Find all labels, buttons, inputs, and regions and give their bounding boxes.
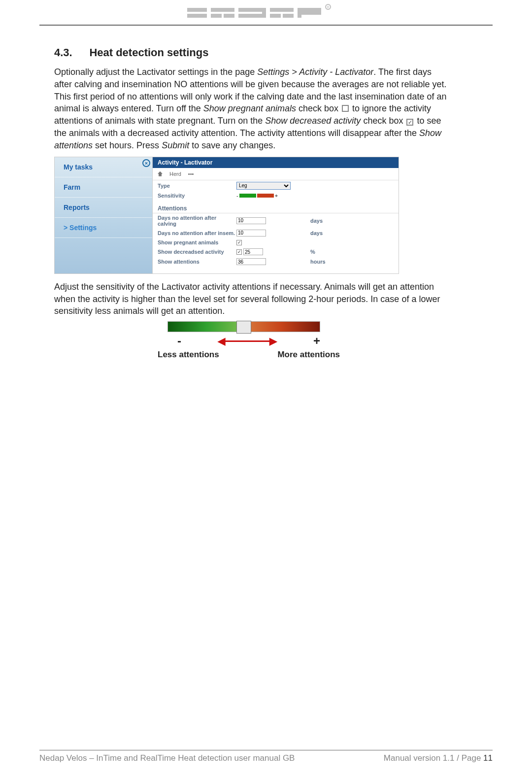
checkbox-icon-unchecked — [342, 105, 349, 112]
label-type: Type — [158, 183, 236, 189]
svg-rect-1 — [187, 14, 207, 18]
section-heading: 4.3. Heat detection settings — [54, 45, 478, 59]
footer-left: Nedap Velos – InTime and RealTime Heat d… — [39, 753, 295, 763]
sensitivity-slider[interactable] — [167, 321, 320, 332]
p1-t3: check box — [296, 103, 341, 113]
label-sensitivity: Sensitivity — [158, 193, 236, 199]
arrow-line-icon — [225, 340, 269, 342]
row-days-calving: Days no attention after calving days — [153, 213, 399, 228]
svg-rect-2 — [211, 8, 234, 12]
embedded-screenshot: × My tasks Farm Reports > Settings Activ… — [54, 157, 399, 274]
p1-t5: check box — [361, 116, 405, 126]
arrow-left-icon: ◀ — [218, 335, 225, 347]
paragraph-2: Adjust the sensitivity of the Lactivator… — [54, 281, 448, 317]
section-number: 4.3. — [54, 46, 72, 59]
sidebar-item-my-tasks[interactable]: My tasks — [55, 157, 152, 177]
row-sensitivity: Sensitivity -+ — [153, 191, 399, 200]
svg-rect-4 — [224, 14, 234, 18]
label-more-attentions: More attentions — [277, 350, 340, 360]
input-decreased-pct[interactable] — [243, 248, 263, 255]
p1-i3: Show decreased activity — [265, 116, 361, 126]
section-title: Heat detection settings — [89, 46, 208, 59]
arrow-right-icon: ▶ — [269, 335, 277, 347]
slider-knob-icon[interactable] — [236, 321, 251, 334]
p1-t7: set hours. Press — [93, 140, 162, 150]
page-footer: Nedap Velos – InTime and RealTime Heat d… — [39, 750, 493, 763]
row-type: Type Leg — [153, 180, 399, 191]
panel-title: Activity - Lactivator — [153, 157, 399, 168]
p1-t1: Optionally adjust the Lactivator setting… — [54, 67, 257, 77]
unit-days-calving: days — [310, 218, 340, 224]
footer-right: Manual version 1.1 / Page 11 — [384, 753, 493, 763]
paragraph-1: Optionally adjust the Lactivator setting… — [54, 66, 448, 152]
footer-version: Manual version 1.1 / Page — [384, 753, 483, 763]
svg-text:R: R — [327, 5, 329, 9]
svg-rect-5 — [238, 8, 266, 12]
svg-rect-6 — [238, 14, 266, 18]
attentions-header: Attentions — [153, 202, 399, 213]
p1-t8: to save any changes. — [189, 140, 275, 150]
row-days-insem: Days no attention after insem. days — [153, 228, 399, 238]
svg-rect-11 — [298, 8, 321, 12]
sidebar: × My tasks Farm Reports > Settings — [54, 157, 153, 274]
input-days-insem[interactable] — [236, 230, 266, 236]
svg-rect-9 — [270, 14, 281, 18]
unit-show-attentions: hours — [310, 259, 340, 265]
crumb-more[interactable]: ••• — [188, 171, 194, 177]
home-icon[interactable] — [158, 171, 163, 176]
unit-days-insem: days — [310, 230, 340, 236]
sidebar-item-reports[interactable]: Reports — [55, 198, 152, 218]
svg-rect-8 — [270, 8, 294, 12]
svg-rect-10 — [283, 14, 294, 18]
row-show-decreased: Show decreadsed activity % — [153, 247, 399, 257]
p1-i1: Settings > Activity - Lactivator — [257, 67, 373, 77]
svg-rect-13 — [298, 12, 321, 15]
crumb-herd[interactable]: Herd — [169, 171, 181, 177]
footer-page-number: 11 — [483, 753, 493, 763]
input-show-attentions[interactable] — [236, 258, 266, 265]
main-panel: Activity - Lactivator Herd ••• Type Leg … — [153, 157, 399, 274]
label-show-attentions: Show attentions — [158, 259, 236, 265]
svg-rect-0 — [187, 8, 207, 12]
row-show-attentions: Show attentions hours — [153, 257, 399, 267]
sensitivity-slider-mini[interactable]: -+ — [236, 193, 296, 199]
checkbox-show-decreased[interactable] — [236, 249, 242, 255]
brand-logo: R — [39, 0, 493, 25]
row-show-pregnant: Show pregnant animals — [153, 238, 399, 247]
checkbox-icon-checked — [406, 119, 413, 126]
label-less-attentions: Less attentions — [158, 350, 219, 360]
select-type[interactable]: Leg — [236, 182, 291, 190]
sidebar-item-settings[interactable]: > Settings — [55, 218, 152, 238]
sensitivity-figure: - ◀ ▶ + Less attentions More attentions — [167, 321, 330, 360]
checkbox-show-pregnant[interactable] — [236, 240, 242, 245]
label-show-pregnant: Show pregnant animals — [158, 239, 236, 245]
p1-i5: Submit — [162, 140, 189, 150]
plus-sign: + — [313, 334, 320, 348]
svg-rect-3 — [211, 14, 222, 18]
label-days-calving: Days no attention after calving — [158, 215, 236, 227]
svg-rect-7 — [262, 8, 266, 18]
p1-i2: Show pregnant animals — [203, 103, 296, 113]
slider-labels: Less attentions More attentions — [158, 350, 340, 360]
unit-decreased: % — [310, 249, 340, 255]
label-show-decreased: Show decreadsed activity — [158, 249, 236, 255]
sidebar-item-farm[interactable]: Farm — [55, 177, 152, 198]
input-days-calving[interactable] — [236, 217, 266, 224]
minus-sign: - — [177, 334, 181, 348]
label-days-insem: Days no attention after insem. — [158, 230, 236, 236]
slider-signs: - ◀ ▶ + — [167, 332, 330, 350]
close-icon[interactable]: × — [142, 159, 150, 167]
breadcrumb: Herd ••• — [153, 168, 399, 180]
